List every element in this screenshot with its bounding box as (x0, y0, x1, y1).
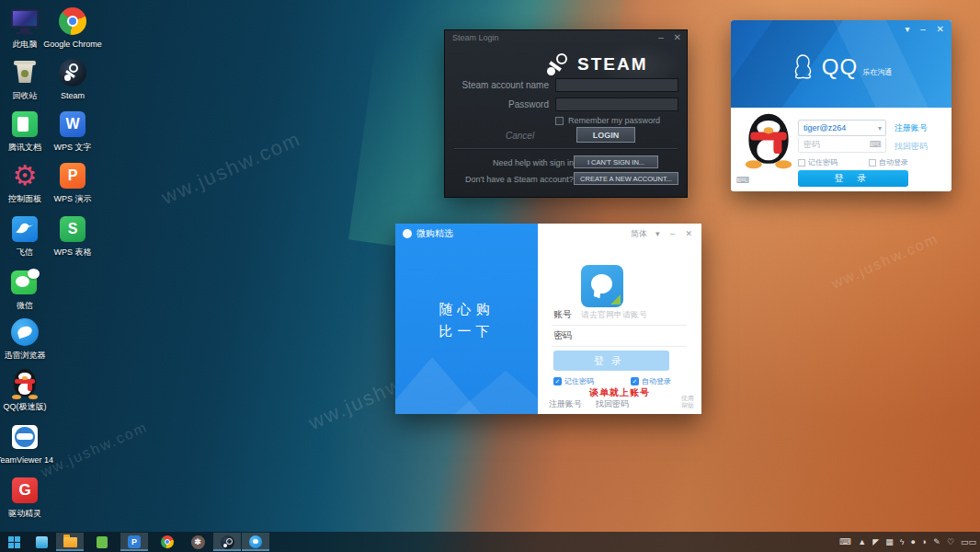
green-app-icon (97, 536, 108, 548)
taskbar-item-steam[interactable] (213, 533, 241, 551)
keyboard-icon[interactable]: ⌨ (870, 137, 882, 152)
app-logo-icon (581, 265, 623, 307)
chevron-down-icon[interactable]: ▾ (655, 229, 660, 238)
tray-display-icon[interactable]: ▦ (885, 537, 894, 546)
bird-icon (9, 213, 40, 245)
taskbar-item-cube[interactable] (28, 533, 55, 551)
desktop-icon-thunder[interactable]: 迅雷浏览器 (0, 316, 54, 360)
desktop-icon-wechat[interactable]: 微信 (0, 267, 54, 310)
desktop-icon-wps-presentation[interactable]: P WPS 演示 (43, 160, 102, 203)
qq-brand-text: QQ (822, 54, 858, 80)
desktop-icon-wps-spreadsheet[interactable]: S WPS 表格 (43, 213, 102, 257)
tray-up-arrow-icon[interactable]: ▲ (858, 537, 866, 546)
teamviewer-icon (9, 421, 40, 453)
desktop-icon-driver-genius[interactable]: G 驱动精灵 (0, 475, 54, 518)
icon-label: QQ(极速版) (0, 402, 54, 411)
thunder-icon (9, 316, 40, 348)
computer-icon (9, 6, 40, 37)
taskbar-item-explorer[interactable] (56, 533, 84, 551)
close-icon[interactable]: ✕ (937, 24, 944, 34)
tray-volume-icon[interactable]: ◗ (922, 537, 927, 546)
account-input[interactable] (555, 78, 678, 92)
cant-sign-in-button[interactable]: I CAN'T SIGN IN... (574, 155, 658, 168)
minimize-icon[interactable]: – (920, 24, 926, 34)
account-label: Steam account name (462, 80, 550, 90)
chevron-down-icon[interactable]: ▾ (878, 121, 882, 136)
register-link[interactable]: 注册账号 (895, 122, 928, 134)
taskbar-item-green-app[interactable] (88, 533, 116, 551)
qq-penguin-icon (9, 368, 40, 399)
forgot-password-link[interactable]: 找回密码 (596, 398, 629, 410)
window-title: 微购精选 (416, 227, 453, 240)
tray-network-icon[interactable]: ◤ (872, 537, 879, 546)
autologin-checkbox[interactable] (869, 159, 876, 167)
start-button[interactable] (0, 533, 28, 551)
tray-dot-icon[interactable]: ● (910, 537, 915, 546)
password-underline (552, 346, 687, 347)
remember-checkbox[interactable]: ✓ (553, 377, 562, 385)
account-underline (552, 325, 687, 326)
help-link[interactable]: 使用帮助 (681, 395, 694, 409)
desktop-icon-chrome[interactable]: Google Chrome (43, 6, 102, 49)
desktop-icon-steam[interactable]: Steam (43, 57, 102, 100)
password-input[interactable] (555, 98, 678, 111)
login-button[interactable]: 登 录 (798, 170, 908, 187)
desktop-icon-teamviewer[interactable]: TeamViewer 14 (0, 421, 54, 465)
keyboard-icon[interactable]: ⌨ (736, 175, 749, 185)
icon-label: 迅雷浏览器 (0, 351, 54, 360)
password-placeholder: 密码 (803, 140, 820, 149)
taskbar-item-blue-app[interactable] (242, 533, 269, 551)
close-icon[interactable]: ✕ (685, 229, 692, 238)
shop-login-window: 微购精选 随心购 比一下 简体▾ – ✕ 账号 请去官网申请账号 密码 登录 ✓… (395, 224, 701, 414)
help-question: Need help with sign in? (493, 158, 578, 167)
cancel-link[interactable]: Cancel (506, 131, 534, 141)
forgot-password-link[interactable]: 找回密码 (895, 141, 928, 153)
icon-label: Steam (43, 91, 102, 100)
login-button[interactable]: LOGIN (576, 127, 635, 143)
account-value: tiger@z264 (803, 123, 846, 132)
desktop-icon-wps-writer[interactable]: W WPS 文字 (43, 109, 102, 152)
account-placeholder[interactable]: 请去官网申请账号 (581, 309, 647, 321)
minimize-icon[interactable]: – (658, 32, 664, 42)
create-account-button[interactable]: CREATE A NEW ACCOUNT... (574, 172, 678, 185)
password-label: 密码 (553, 329, 572, 342)
icon-label: TeamViewer 14 (0, 455, 54, 465)
tray-pen-icon[interactable]: ✎ (933, 537, 940, 546)
autologin-checkbox[interactable]: ✓ (631, 377, 639, 385)
minimize-icon[interactable]: – (670, 229, 675, 238)
account-select[interactable]: tiger@z264 ▾ (798, 120, 886, 136)
slogan-line1: 随心购 (395, 301, 538, 318)
qq-avatar (744, 112, 793, 168)
divider (454, 148, 678, 149)
slogan-line2: 比一下 (395, 323, 538, 340)
tray-ime-icon[interactable]: ⌨ (839, 537, 851, 546)
password-input[interactable]: 密码 ⌨ (798, 137, 886, 153)
menu-icon[interactable]: ▾ (905, 24, 909, 34)
taskbar-item-p-app[interactable]: P (120, 533, 148, 551)
tray-usb-icon[interactable]: ϟ (900, 537, 905, 546)
register-link[interactable]: 注册账号 (549, 398, 582, 410)
taskbar-item-flower-app[interactable]: ✽ (184, 533, 211, 551)
close-icon[interactable]: ✕ (674, 32, 681, 42)
desktop-icon-qq[interactable]: QQ(极速版) (0, 368, 54, 411)
remember-checkbox[interactable] (555, 117, 564, 125)
chrome-icon (161, 535, 174, 548)
remember-label: 记住密码 (564, 376, 594, 386)
steam-mark-icon (544, 51, 572, 78)
icon-label: WPS 文字 (43, 143, 102, 152)
steam-logo: STEAM (544, 51, 648, 78)
steam-login-window: Steam Login – ✕ STEAM Steam account name… (444, 29, 688, 198)
remember-checkbox[interactable] (798, 159, 805, 167)
tray-lang-boxes-icon[interactable]: ▭▭ (961, 537, 976, 546)
red-notice-text: 谈单就上账号 (538, 386, 701, 399)
tray-health-icon[interactable]: ♡ (947, 537, 954, 546)
wps-presentation-icon: P (57, 160, 88, 191)
icon-label: WPS 演示 (43, 194, 102, 203)
language-label[interactable]: 简体 (631, 229, 647, 238)
watermark-text: ww.jushw.com (158, 127, 305, 210)
taskbar-item-chrome[interactable] (154, 533, 181, 551)
login-button[interactable]: 登录 (553, 351, 669, 371)
windows-logo-icon (8, 536, 20, 548)
icon-label: WPS 表格 (43, 247, 102, 257)
qq-slogan: 乐在沟通 (862, 67, 892, 77)
